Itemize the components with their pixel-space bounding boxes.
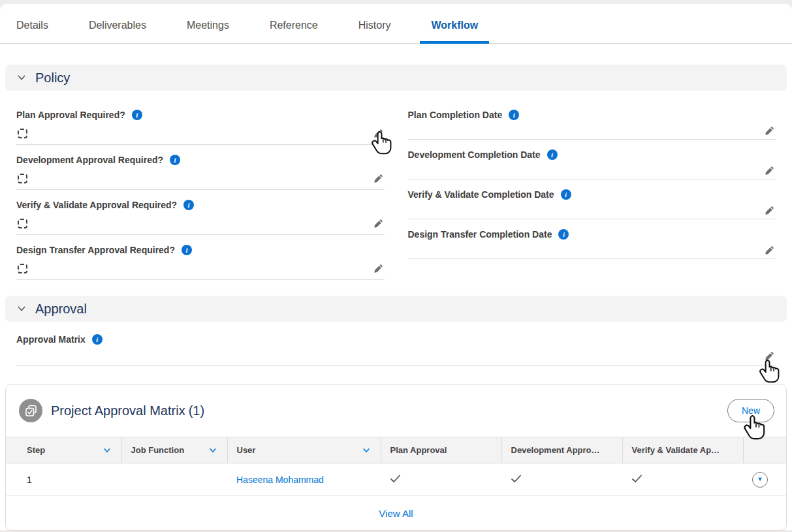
user-record-link[interactable]: Haseena Mohammad [236, 475, 324, 485]
approval-matrix-table: Step Job Function User Plan Approval [6, 437, 786, 496]
field-development-approval-required: Development Approval Required? i [16, 145, 385, 190]
chevron-down-icon [103, 446, 111, 454]
project-approval-matrix-card: Project Approval Matrix(1) New Step Job … [5, 384, 787, 531]
field-design-transfer-completion-date: Design Transfer Completion Date i [408, 219, 776, 259]
view-all-link[interactable]: View All [379, 508, 413, 519]
checkbox-unchecked [18, 219, 27, 228]
checkbox-unchecked [18, 174, 27, 183]
field-verify-validate-completion-date: Verify & Validate Completion Date i [408, 180, 776, 219]
info-icon[interactable]: i [561, 189, 571, 200]
info-icon[interactable]: i [183, 200, 194, 210]
record-tabbar: Details Deliverables Meetings Reference … [0, 4, 792, 44]
edit-pencil-icon[interactable] [373, 127, 385, 139]
edit-pencil-icon[interactable] [373, 172, 385, 184]
tab-meetings[interactable]: Meetings [187, 4, 229, 43]
info-icon[interactable]: i [170, 155, 180, 165]
related-list-footer: View All [6, 496, 786, 530]
section-title-policy: Policy [35, 70, 70, 86]
info-icon[interactable]: i [547, 149, 558, 160]
related-list-header: Project Approval Matrix(1) New [6, 384, 786, 437]
field-verify-validate-approval-required: Verify & Validate Approval Required? i [16, 190, 385, 235]
policy-right-column: Plan Completion Date i Development Compl… [408, 100, 776, 259]
column-header-user[interactable]: User [227, 437, 381, 463]
cell-user: Haseena Mohammad [227, 463, 381, 496]
checkbox-unchecked [18, 264, 27, 274]
field-label: Development Approval Required? [16, 155, 163, 165]
edit-pencil-icon[interactable] [764, 164, 776, 176]
cell-step: 1 [6, 463, 121, 496]
field-development-completion-date: Development Completion Date i [408, 140, 776, 180]
cell-actions: ▼ [743, 463, 786, 496]
column-header-plan-approval[interactable]: Plan Approval [381, 437, 501, 463]
cell-job-function [121, 463, 227, 496]
page-sheet: Details Deliverables Meetings Reference … [0, 4, 792, 530]
edit-pencil-icon[interactable] [373, 217, 385, 229]
row-actions-button[interactable]: ▼ [752, 472, 768, 488]
field-design-transfer-approval-required: Design Transfer Approval Required? i [16, 235, 385, 280]
field-label: Approval Matrix [16, 334, 86, 345]
tab-reference[interactable]: Reference [270, 4, 318, 43]
field-plan-approval-required: Plan Approval Required? i [16, 100, 385, 145]
column-header-actions [743, 437, 786, 463]
dropdown-triangle-icon: ▼ [757, 477, 763, 482]
info-icon[interactable]: i [132, 110, 142, 120]
info-icon[interactable]: i [92, 334, 103, 345]
chevron-down-icon [209, 446, 217, 454]
field-label: Development Completion Date [408, 149, 541, 160]
column-header-step[interactable]: Step [6, 437, 121, 463]
info-icon[interactable]: i [509, 110, 519, 120]
edit-pencil-icon[interactable] [373, 262, 385, 274]
policy-left-column: Plan Approval Required? i Development Ap… [16, 100, 385, 280]
new-button[interactable]: New [727, 399, 774, 422]
field-plan-completion-date: Plan Completion Date i [408, 100, 776, 140]
table-row: 1 Haseena Mohammad ▼ [6, 463, 786, 496]
tab-details[interactable]: Details [16, 4, 48, 43]
chevron-down-icon [17, 304, 26, 313]
cell-verify-validate-approval [622, 463, 743, 496]
info-icon[interactable]: i [182, 245, 192, 255]
tab-workflow[interactable]: Workflow [431, 4, 478, 43]
column-header-verify-validate-approval[interactable]: Verify & Validate Ap… [622, 437, 743, 463]
column-header-development-approval[interactable]: Development Appro… [501, 437, 622, 463]
chevron-down-icon [17, 73, 26, 82]
tab-history[interactable]: History [358, 4, 391, 43]
edit-pencil-icon[interactable] [764, 244, 776, 256]
checkmark-icon [511, 474, 522, 484]
approval-matrix-object-icon [19, 399, 42, 422]
edit-pencil-icon[interactable] [764, 204, 776, 216]
checkmark-icon [390, 474, 401, 484]
cell-plan-approval [381, 463, 501, 496]
tab-deliverables[interactable]: Deliverables [89, 4, 146, 43]
field-label: Plan Completion Date [408, 110, 503, 120]
checkmark-icon [631, 474, 642, 484]
edit-pencil-icon[interactable] [764, 125, 776, 136]
field-label: Design Transfer Completion Date [408, 229, 552, 240]
cell-development-approval [501, 463, 622, 496]
policy-section-header[interactable]: Policy [5, 65, 787, 91]
edit-pencil-icon[interactable] [764, 350, 776, 362]
field-label: Verify & Validate Approval Required? [16, 200, 177, 210]
policy-fields: Plan Approval Required? i Development Ap… [0, 91, 792, 280]
section-title-approval: Approval [35, 302, 87, 317]
checkbox-unchecked [18, 129, 27, 138]
related-list-title: Project Approval Matrix(1) [51, 403, 204, 418]
record-count: (1) [189, 403, 204, 418]
field-approval-matrix: Approval Matrix i [0, 322, 792, 366]
info-icon[interactable]: i [558, 229, 569, 240]
field-label: Design Transfer Approval Required? [16, 245, 175, 255]
approval-section-header[interactable]: Approval [5, 296, 787, 322]
table-header-row: Step Job Function User Plan Approval [6, 437, 786, 463]
field-label: Plan Approval Required? [16, 110, 125, 120]
chevron-down-icon [362, 446, 370, 454]
field-label: Verify & Validate Completion Date [408, 189, 554, 200]
column-header-job-function[interactable]: Job Function [121, 437, 227, 463]
